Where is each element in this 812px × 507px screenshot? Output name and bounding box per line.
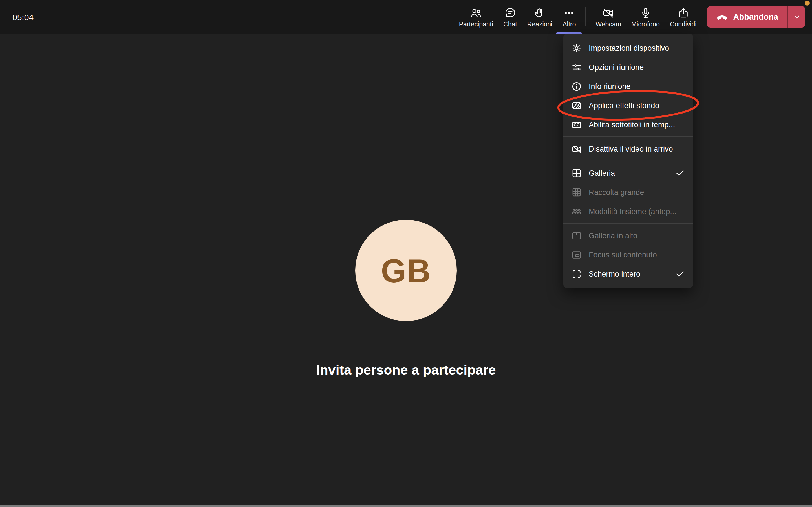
menu-item-label: Info riunione [589,82,631,91]
toolbar-label: Microfono [631,20,660,27]
more-menu: Impostazioni dispositivo Opzioni riunion… [563,34,693,288]
checkmark-icon [675,168,685,178]
toolbar-webcam[interactable]: Webcam [591,0,626,34]
webcam-off-icon [602,6,615,19]
gallery-icon [571,168,582,178]
notification-dot [805,1,810,6]
meeting-topbar: 05:04 Partecipanti Chat Reazioni [0,0,812,34]
toolbar-label: Condividi [670,20,697,27]
menu-item-label: Focus sul contenuto [589,250,657,259]
toolbar-participants[interactable]: Partecipanti [454,0,498,34]
fullscreen-icon [571,269,582,279]
menu-item-label: Disattiva il video in arrivo [589,145,673,153]
toolbar-label: Chat [503,20,517,27]
top-gallery-icon [571,230,582,241]
toolbar-share[interactable]: Condividi [665,0,702,34]
menu-item-fullscreen[interactable]: Schermo intero [563,264,693,283]
leave-split-button: Abbandona [707,6,806,27]
menu-item-together-mode: Modalità Insieme (antep... [563,202,693,221]
options-sliders-icon [571,62,582,72]
menu-item-label: Raccolta grande [589,188,644,196]
together-mode-icon [571,206,582,217]
menu-item-label: Galleria in alto [589,231,638,240]
menu-item-incoming-video-off[interactable]: Disattiva il video in arrivo [563,139,693,158]
checkmark-icon [675,269,685,279]
avatar-initials: GB [381,251,431,289]
menu-item-gallery[interactable]: Galleria [563,163,693,182]
menu-item-top-gallery: Galleria in alto [563,226,693,245]
large-gallery-icon [571,187,582,198]
menu-divider [563,223,693,224]
microphone-icon [639,6,652,19]
people-icon [470,6,482,19]
toolbar-label: Webcam [596,20,621,27]
menu-item-meeting-options[interactable]: Opzioni riunione [563,57,693,76]
menu-item-label: Opzioni riunione [589,63,644,71]
menu-item-label: Galleria [589,169,615,177]
menu-item-meeting-info[interactable]: Info riunione [563,76,693,96]
teams-meeting-window: 05:04 Partecipanti Chat Reazioni [0,0,812,507]
meeting-timer: 05:04 [0,0,34,34]
menu-item-label: Applica effetti sfondo [589,101,659,110]
reactions-icon [534,6,546,19]
captions-icon [571,119,582,130]
menu-item-background-effects[interactable]: Applica effetti sfondo [563,96,693,115]
menu-item-label: Modalità Insieme (antep... [589,207,676,216]
incoming-video-off-icon [571,144,582,154]
phone-down-icon [716,11,728,23]
leave-button-label: Abbandona [733,12,778,21]
toolbar-label: Reazioni [527,20,553,27]
menu-item-content-focus: Focus sul contenuto [563,245,693,264]
toolbar-microphone[interactable]: Microfono [626,0,665,34]
call-controls: Partecipanti Chat Reazioni Altro [454,0,812,34]
menu-item-device-settings[interactable]: Impostazioni dispositivo [563,38,693,57]
toolbar-label: Partecipanti [459,20,493,27]
chevron-down-icon [792,12,801,21]
menu-item-label: Impostazioni dispositivo [589,44,669,52]
settings-gear-icon [571,43,582,53]
menu-item-label: Schermo intero [589,270,640,278]
menu-item-large-gallery: Raccolta grande [563,182,693,202]
avatar: GB [355,220,457,321]
toolbar-more[interactable]: Altro [557,0,581,34]
menu-item-live-captions[interactable]: Abilita sottotitoli in temp... [563,115,693,134]
leave-button[interactable]: Abbandona [707,6,788,27]
menu-divider [563,136,693,137]
toolbar-label: Altro [562,20,576,27]
menu-divider [563,161,693,161]
content-focus-icon [571,249,582,260]
toolbar-divider [586,7,586,26]
toolbar-chat[interactable]: Chat [498,0,522,34]
toolbar-reactions[interactable]: Reazioni [522,0,558,34]
background-effects-icon [571,100,582,111]
menu-item-label: Abilita sottotitoli in temp... [589,120,675,129]
leave-options-button[interactable] [787,6,805,27]
screen-bottom-edge [0,505,812,507]
more-icon [563,6,575,19]
share-icon [677,6,689,19]
chat-icon [504,6,516,19]
invite-text: Invita persone a partecipare [0,362,812,378]
info-icon [571,81,582,92]
